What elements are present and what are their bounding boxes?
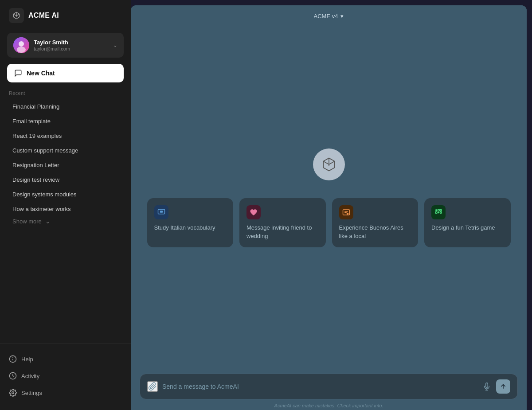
chat-area: Study Italian vocabulary Message invitin… (131, 27, 527, 369)
suggestion-text-1: Study Italian vocabulary (154, 224, 227, 232)
app-logo-icon (9, 8, 24, 23)
input-container (140, 374, 518, 399)
suggestion-text-3: Experience Buenos Aires like a local (339, 224, 411, 240)
input-actions (481, 379, 510, 394)
avatar (13, 37, 29, 53)
brand-logo (313, 148, 345, 180)
sidebar-bottom: Help Activity Settings (0, 343, 131, 410)
suggestion-card-4[interactable]: Design a fun Tetris game (424, 198, 511, 247)
user-info: Taylor Smith taylor@mail.com (34, 39, 109, 51)
new-chat-label: New Chat (27, 70, 55, 77)
help-label: Help (21, 356, 33, 363)
activity-icon (9, 372, 17, 380)
chat-icon (14, 69, 22, 77)
svg-rect-14 (435, 210, 437, 211)
svg-rect-9 (160, 211, 163, 213)
chevron-down-icon: ⌄ (45, 218, 51, 225)
recent-nav-list: Financial Planning Email template React … (0, 99, 131, 213)
svg-point-7 (12, 392, 14, 394)
recent-section-label: Recent (0, 90, 131, 99)
input-area: AcmeAI can make mistakes. Check importan… (131, 369, 527, 410)
main-header: ACME v4 ▾ (131, 5, 527, 27)
show-more-button[interactable]: Show more ⌄ (4, 213, 127, 229)
suggestion-cards: Study Italian vocabulary Message invitin… (147, 198, 511, 247)
nav-item-design-test[interactable]: Design test review (4, 172, 127, 187)
suggestion-card-3[interactable]: Experience Buenos Aires like a local (332, 198, 419, 247)
svg-point-2 (17, 47, 26, 53)
suggestion-card-1[interactable]: Study Italian vocabulary (147, 198, 234, 247)
brand-logo-icon (321, 156, 337, 172)
attach-button[interactable] (147, 381, 158, 392)
svg-rect-19 (440, 212, 442, 214)
card-icon-3 (339, 205, 353, 219)
user-account-button[interactable]: Taylor Smith taylor@mail.com ⌄ (7, 33, 124, 58)
chevron-down-icon: ⌄ (113, 42, 117, 48)
model-chevron-icon: ▾ (340, 13, 344, 20)
send-button[interactable] (496, 379, 510, 394)
sidebar-spacer (0, 229, 131, 343)
suggestion-text-4: Design a fun Tetris game (431, 224, 504, 232)
suggestion-text-2: Message inviting friend to wedding (246, 224, 319, 240)
message-input[interactable] (162, 383, 477, 390)
svg-rect-18 (438, 212, 440, 214)
svg-point-13 (346, 213, 348, 215)
nav-item-react-19[interactable]: React 19 examples (4, 129, 127, 143)
nav-item-design-systems[interactable]: Design systems modules (4, 187, 127, 202)
info-icon (9, 355, 17, 363)
nav-item-taximeter[interactable]: How a taximeter works (4, 202, 127, 213)
activity-nav-item[interactable]: Activity (4, 367, 127, 384)
suggestion-card-2[interactable]: Message inviting friend to wedding (239, 198, 326, 247)
app-name: ACME AI (28, 12, 59, 20)
svg-rect-17 (435, 212, 437, 214)
card-icon-1 (154, 205, 168, 219)
settings-label: Settings (21, 390, 42, 396)
settings-nav-item[interactable]: Settings (4, 384, 127, 401)
sidebar: ACME AI Taylor Smith taylor@mail.com ⌄ (0, 0, 131, 410)
help-nav-item[interactable]: Help (4, 351, 127, 367)
nav-item-custom-support[interactable]: Custom support message (4, 143, 127, 158)
nav-item-financial-planning[interactable]: Financial Planning (4, 99, 127, 114)
model-name: ACME v4 (314, 13, 338, 20)
microphone-button[interactable] (481, 381, 493, 392)
activity-label: Activity (21, 373, 39, 379)
nav-item-email-template[interactable]: Email template (4, 114, 127, 129)
svg-rect-15 (438, 210, 440, 211)
nav-item-resignation[interactable]: Resignation Letter (4, 158, 127, 172)
user-email: taylor@mail.com (34, 46, 109, 51)
main-content: ACME v4 ▾ Study Italian vocabulary (131, 5, 527, 410)
card-icon-4 (431, 205, 446, 219)
svg-rect-16 (440, 210, 442, 211)
new-chat-button[interactable]: New Chat (7, 64, 124, 82)
card-icon-2 (246, 205, 261, 219)
sidebar-header: ACME AI (0, 0, 131, 29)
show-more-label: Show more (12, 218, 42, 225)
disclaimer-text: AcmeAI can make mistakes. Check importan… (140, 403, 518, 408)
svg-point-1 (19, 41, 24, 47)
settings-icon (9, 389, 17, 397)
user-name: Taylor Smith (34, 39, 109, 46)
model-selector[interactable]: ACME v4 ▾ (309, 10, 349, 22)
